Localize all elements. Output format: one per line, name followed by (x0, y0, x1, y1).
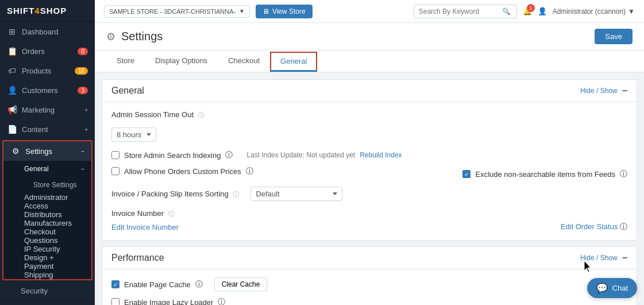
perf-collapse-button[interactable]: − (622, 253, 627, 263)
dashboard-icon: ⊞ (7, 27, 17, 36)
exclude-nonsearchable-row: ✓ Exclude non-searchable items from Feed… (462, 169, 627, 179)
general-section-header: General Hide / Show − (102, 80, 637, 102)
session-timeout-select-row: 8 hours (111, 128, 627, 142)
content-icon: 📄 (7, 125, 17, 134)
store-admin-search-row: Store Admin Search Indexing ⓘ Last Index… (111, 150, 627, 160)
store-admin-search-checkbox[interactable] (111, 151, 119, 159)
sidebar-item-manufacturers[interactable]: Manufacturers (3, 219, 91, 227)
manufacturers-label: Manufacturers (24, 219, 72, 227)
tab-general[interactable]: General (270, 52, 317, 72)
sidebar: SHIFT4SHOP ⊞ Dashboard 📋 Orders 0 🏷 Prod… (0, 0, 95, 305)
sidebar-item-security[interactable]: Security (0, 281, 95, 300)
chat-button[interactable]: 💬 Chat (587, 278, 637, 298)
edit-order-status-info-icon[interactable]: ⓘ (620, 222, 627, 231)
tab-display-options[interactable]: Display Options (145, 51, 218, 72)
products-badge: 16 (75, 67, 88, 75)
shipping-label: Shipping (24, 271, 53, 279)
sidebar-item-store-settings[interactable]: Store Settings (3, 177, 91, 193)
topbar: SAMPLE STORE - 3DCART-CHRISTIANNA-COM.3D… (95, 0, 644, 23)
admin-access-label: Administrator Access (24, 193, 68, 210)
page-header: ⚙ Settings Save (95, 23, 644, 51)
exclude-nonsearchable-checkbox[interactable]: ✓ (462, 170, 471, 178)
enable-image-lazy-checkbox[interactable] (111, 298, 119, 305)
invoice-sorting-label: Invoice / Packing Slip Items Sorting ⓘ (111, 190, 239, 199)
sidebar-item-marketing[interactable]: 📢 Marketing + (0, 100, 95, 119)
tab-store[interactable]: Store (106, 51, 145, 72)
session-timeout-label: Admin Session Time Out ⓘ (111, 110, 205, 119)
two-col-row: Allow Phone Orders Custom Prices ⓘ ✓ Exc… (111, 166, 627, 182)
customers-icon: 👤 (7, 86, 17, 95)
sidebar-item-checkout-questions[interactable]: Checkout Questions (3, 227, 91, 245)
search-box: 🔍 (414, 5, 517, 18)
enable-page-cache-info-icon[interactable]: ⓘ (195, 279, 203, 289)
sidebar-item-label: Settings (25, 147, 52, 156)
content-expand: + (84, 126, 88, 133)
exclude-nonsearchable-info-icon[interactable]: ⓘ (620, 169, 627, 179)
orders-icon: 📋 (7, 47, 17, 56)
collapse-button[interactable]: − (622, 86, 627, 96)
edit-order-status-link[interactable]: Edit Order Status ⓘ (561, 222, 627, 232)
user-info[interactable]: Administrator (ccannon) ▼ (553, 7, 635, 16)
save-button[interactable]: Save (595, 29, 633, 44)
sidebar-item-orders[interactable]: 📋 Orders 0 (0, 41, 95, 61)
sidebar-item-label: Products (22, 67, 51, 75)
sidebar-item-admin-access[interactable]: Administrator Access (3, 193, 91, 210)
settings-group: Administrator Access Distributors Manufa… (3, 193, 91, 279)
store-settings-label: Store Settings (33, 181, 76, 189)
design-label: Design (24, 253, 47, 262)
general-label: General (24, 165, 49, 173)
sidebar-item-content[interactable]: 📄 Content + (0, 119, 95, 139)
design-expand: + (49, 253, 54, 262)
ip-security-label: IP Security (24, 245, 60, 253)
session-timeout-select[interactable]: 8 hours (111, 128, 156, 142)
enable-image-lazy-label: Enable Image Lazy Loader (124, 298, 213, 306)
logo: SHIFT4SHOP (0, 0, 95, 22)
sidebar-item-shipping[interactable]: Shipping (3, 271, 91, 279)
checkout-questions-label: Checkout Questions (24, 227, 58, 245)
edit-invoice-number-link[interactable]: Edit Invoice Number (111, 223, 179, 231)
sidebar-item-distributors[interactable]: Distributors (3, 210, 91, 219)
settings-icon: ⚙ (10, 146, 21, 156)
customers-badge: 3 (78, 87, 88, 94)
session-timeout-info-icon[interactable]: ⓘ (198, 111, 205, 118)
sidebar-item-ip-security[interactable]: IP Security (3, 245, 91, 253)
sidebar-bottom: ? ★ $ (0, 300, 95, 305)
main-area: SAMPLE STORE - 3DCART-CHRISTIANNA-COM.3D… (95, 0, 644, 305)
enable-page-cache-row: ✓ Enable Page Cache ⓘ Clear Cache (111, 277, 627, 291)
store-selector[interactable]: SAMPLE STORE - 3DCART-CHRISTIANNA-COM.3D… (104, 5, 250, 18)
hide-show-link[interactable]: Hide / Show (580, 87, 618, 95)
sidebar-item-products[interactable]: 🏷 Products 16 (0, 61, 95, 80)
allow-phone-orders-checkbox[interactable] (111, 167, 119, 175)
sidebar-item-customers[interactable]: 👤 Customers 3 (0, 80, 95, 100)
store-admin-search-label: Store Admin Search Indexing (124, 151, 221, 160)
enable-image-lazy-info-icon[interactable]: ⓘ (218, 297, 225, 305)
clear-cache-button[interactable]: Clear Cache (214, 277, 268, 291)
search-input[interactable] (419, 7, 499, 16)
enable-page-cache-checkbox[interactable]: ✓ (111, 280, 119, 288)
distributors-label: Distributors (24, 210, 62, 219)
store-admin-search-info-icon[interactable]: ⓘ (225, 150, 233, 160)
sidebar-item-settings[interactable]: ⚙ Settings − (3, 141, 91, 161)
marketing-icon: 📢 (7, 105, 17, 114)
invoice-number-info-icon[interactable]: ⓘ (168, 210, 175, 217)
session-timeout-row: Admin Session Time Out ⓘ (111, 110, 627, 119)
sidebar-item-label: Content (22, 125, 48, 134)
exclude-nonsearchable-label: Exclude non-searchable items from Feeds (475, 170, 615, 179)
search-icon[interactable]: 🔍 (502, 7, 511, 16)
perf-section-controls: Hide / Show − (580, 253, 627, 263)
section-controls: Hide / Show − (580, 86, 627, 96)
sidebar-item-payment[interactable]: Payment (3, 262, 91, 271)
sidebar-item-design[interactable]: Design + (3, 253, 91, 262)
view-store-button[interactable]: 🖥 View Store (256, 5, 313, 18)
sidebar-item-dashboard[interactable]: ⊞ Dashboard (0, 22, 95, 41)
invoice-sorting-info-icon[interactable]: ⓘ (233, 191, 239, 198)
perf-hide-show-link[interactable]: Hide / Show (580, 254, 618, 262)
tab-checkout[interactable]: Checkout (218, 51, 270, 72)
allow-phone-orders-info-icon[interactable]: ⓘ (246, 166, 253, 176)
sidebar-item-general[interactable]: General − (3, 161, 91, 177)
invoice-sorting-select[interactable]: Default (250, 187, 342, 201)
rebuild-index-link[interactable]: Rebuild Index (360, 151, 402, 159)
notification-icon[interactable]: 🔔 1 (523, 7, 532, 16)
allow-phone-orders-row: Allow Phone Orders Custom Prices ⓘ (111, 166, 253, 176)
tabs-bar: Store Display Options Checkout General (95, 51, 644, 72)
